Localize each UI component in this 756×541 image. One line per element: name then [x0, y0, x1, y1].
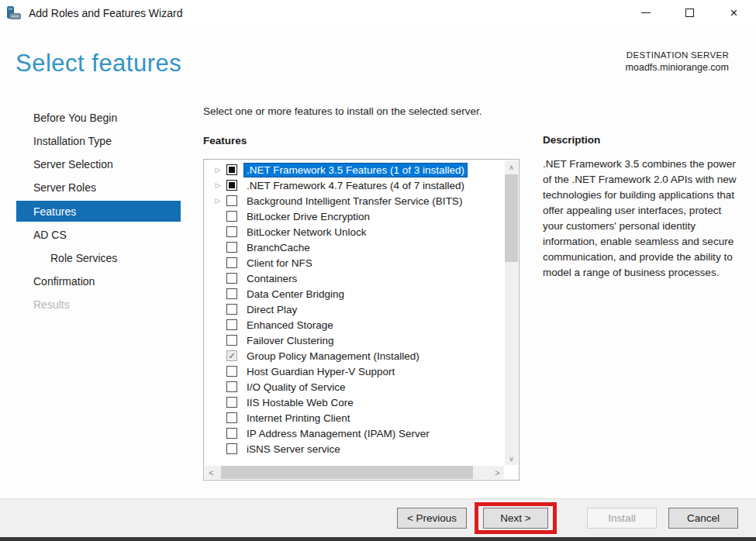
- feature-label[interactable]: Direct Play: [244, 303, 299, 316]
- indeterminate-mark: [229, 167, 235, 173]
- feature-label[interactable]: BitLocker Drive Encryption: [244, 210, 372, 223]
- feature-label[interactable]: iSNS Server service: [244, 443, 343, 456]
- horizontal-scrollbar[interactable]: < >: [205, 466, 504, 479]
- feature-row-branchcache[interactable]: BranchCache: [204, 239, 505, 255]
- close-button[interactable]: ×: [712, 0, 756, 26]
- feature-checkbox[interactable]: [226, 412, 237, 423]
- feature-checkbox[interactable]: [226, 195, 237, 206]
- vertical-scrollbar-thumb[interactable]: [505, 174, 518, 262]
- feature-checkbox[interactable]: [226, 304, 237, 315]
- vertical-scrollbar[interactable]: ∧ ∨: [505, 160, 518, 465]
- feature-label[interactable]: Host Guardian Hyper-V Support: [244, 365, 397, 378]
- feature-row-internet-printing-client[interactable]: Internet Printing Client: [204, 410, 505, 426]
- feature-label[interactable]: Background Intelligent Transfer Service …: [244, 195, 464, 208]
- feature-label[interactable]: Containers: [244, 272, 299, 285]
- feature-checkbox[interactable]: [226, 242, 237, 253]
- feature-checkbox[interactable]: [226, 288, 237, 299]
- sidebar-item-server-roles[interactable]: Server Roles: [16, 176, 181, 199]
- feature-checkbox[interactable]: [226, 381, 237, 392]
- feature-label[interactable]: Failover Clustering: [244, 334, 337, 347]
- wizard-sidebar: Before You BeginInstallation TypeServer …: [16, 106, 181, 316]
- expander-icon[interactable]: ▷: [212, 166, 224, 174]
- feature-checkbox[interactable]: [226, 164, 237, 175]
- sidebar-item-ad-cs[interactable]: AD CS: [16, 223, 181, 246]
- feature-checkbox[interactable]: [226, 397, 237, 408]
- feature-checkbox[interactable]: [226, 180, 237, 191]
- features-tree: ▷.NET Framework 3.5 Features (1 of 3 ins…: [203, 159, 520, 481]
- feature-checkbox[interactable]: [226, 428, 237, 439]
- sidebar-item-installation-type[interactable]: Installation Type: [16, 129, 181, 153]
- expander-icon[interactable]: ▷: [212, 197, 224, 205]
- description-heading: Description: [543, 134, 738, 146]
- feature-checkbox[interactable]: [226, 335, 237, 346]
- features-label: Features: [203, 135, 247, 146]
- instruction-text: Select one or more features to install o…: [203, 105, 482, 117]
- feature-label[interactable]: Group Policy Management (Installed): [244, 350, 422, 363]
- feature-row-failover-clustering[interactable]: Failover Clustering: [204, 333, 505, 348]
- feature-checkbox[interactable]: [226, 273, 237, 284]
- sidebar-item-features[interactable]: Features: [16, 201, 181, 222]
- feature-checkbox[interactable]: [226, 257, 237, 268]
- feature-checkbox[interactable]: [226, 443, 237, 454]
- previous-button[interactable]: < Previous: [397, 508, 467, 529]
- feature-row-isns-server-service[interactable]: iSNS Server service: [204, 441, 505, 457]
- feature-label[interactable]: .NET Framework 4.7 Features (4 of 7 inst…: [244, 179, 467, 192]
- feature-row-containers[interactable]: Containers: [204, 270, 505, 286]
- feature-checkbox[interactable]: [226, 211, 237, 222]
- description-panel: Description .NET Framework 3.5 combines …: [543, 134, 738, 281]
- sidebar-item-before-you-begin[interactable]: Before You Begin: [16, 106, 181, 129]
- feature-row-host-guardian-hyper-v-support[interactable]: Host Guardian Hyper-V Support: [204, 364, 505, 379]
- feature-label[interactable]: BranchCache: [244, 241, 312, 254]
- feature-row-ip-address-management-ipam-server[interactable]: IP Address Management (IPAM) Server: [204, 426, 505, 441]
- maximize-icon: [685, 9, 694, 17]
- sidebar-item-confirmation[interactable]: Confirmation: [16, 270, 181, 293]
- destination-server-label: DESTINATION SERVER: [626, 50, 729, 60]
- expander-icon[interactable]: ▷: [212, 181, 224, 189]
- feature-row-enhanced-storage[interactable]: Enhanced Storage: [204, 317, 505, 333]
- feature-checkbox[interactable]: [226, 226, 237, 237]
- feature-label[interactable]: Data Center Bridging: [244, 288, 347, 301]
- feature-row-net-framework-3-5-features-1-of-3-installed[interactable]: ▷.NET Framework 3.5 Features (1 of 3 ins…: [204, 162, 505, 177]
- feature-row-net-framework-4-7-features-4-of-7-installed[interactable]: ▷.NET Framework 4.7 Features (4 of 7 ins…: [204, 177, 505, 193]
- feature-row-bitlocker-drive-encryption[interactable]: BitLocker Drive Encryption: [204, 208, 505, 224]
- scroll-right-icon[interactable]: >: [491, 466, 504, 479]
- feature-row-group-policy-management-installed[interactable]: ✓Group Policy Management (Installed): [204, 348, 505, 364]
- maximize-button[interactable]: [668, 0, 712, 26]
- feature-checkbox: ✓: [226, 350, 237, 361]
- scroll-down-icon[interactable]: ∨: [505, 452, 518, 465]
- feature-checkbox[interactable]: [226, 319, 237, 330]
- feature-label[interactable]: IP Address Management (IPAM) Server: [244, 427, 432, 440]
- feature-checkbox[interactable]: [226, 366, 237, 377]
- sidebar-item-results: Results: [16, 293, 181, 316]
- minimize-icon: [641, 12, 651, 13]
- feature-label[interactable]: Client for NFS: [244, 257, 315, 270]
- window-titlebar: Add Roles and Features Wizard ×: [0, 0, 756, 26]
- cancel-button[interactable]: Cancel: [668, 508, 738, 529]
- next-button-highlight: Next >: [475, 502, 557, 534]
- feature-row-data-center-bridging[interactable]: Data Center Bridging: [204, 286, 505, 302]
- feature-row-bitlocker-network-unlock[interactable]: BitLocker Network Unlock: [204, 224, 505, 239]
- scroll-up-icon[interactable]: ∧: [505, 160, 518, 174]
- feature-label[interactable]: IIS Hostable Web Core: [244, 396, 356, 409]
- feature-row-direct-play[interactable]: Direct Play: [204, 302, 505, 317]
- page-title: Select features: [16, 50, 181, 78]
- feature-label[interactable]: I/O Quality of Service: [244, 381, 348, 394]
- scroll-left-icon[interactable]: <: [205, 466, 218, 479]
- feature-label[interactable]: BitLocker Network Unlock: [244, 226, 369, 239]
- next-button[interactable]: Next >: [483, 508, 548, 529]
- feature-row-background-intelligent-transfer-service-bits[interactable]: ▷Background Intelligent Transfer Service…: [204, 193, 505, 208]
- horizontal-scrollbar-thumb[interactable]: [221, 466, 473, 479]
- taskbar-edge: [0, 537, 756, 541]
- feature-row-client-for-nfs[interactable]: Client for NFS: [204, 255, 505, 270]
- footer-bar: < Previous Next > Install Cancel: [0, 498, 756, 537]
- feature-row-iis-hostable-web-core[interactable]: IIS Hostable Web Core: [204, 395, 505, 410]
- sidebar-item-server-selection[interactable]: Server Selection: [16, 153, 181, 176]
- feature-label[interactable]: Internet Printing Client: [244, 412, 353, 425]
- feature-label[interactable]: Enhanced Storage: [244, 319, 336, 332]
- sidebar-item-role-services[interactable]: Role Services: [16, 246, 181, 270]
- feature-row-i-o-quality-of-service[interactable]: I/O Quality of Service: [204, 379, 505, 395]
- wizard-window: Add Roles and Features Wizard × Select f…: [0, 0, 756, 541]
- feature-label[interactable]: .NET Framework 3.5 Features (1 of 3 inst…: [244, 164, 467, 177]
- minimize-button[interactable]: [623, 0, 668, 26]
- server-manager-icon: [6, 5, 22, 21]
